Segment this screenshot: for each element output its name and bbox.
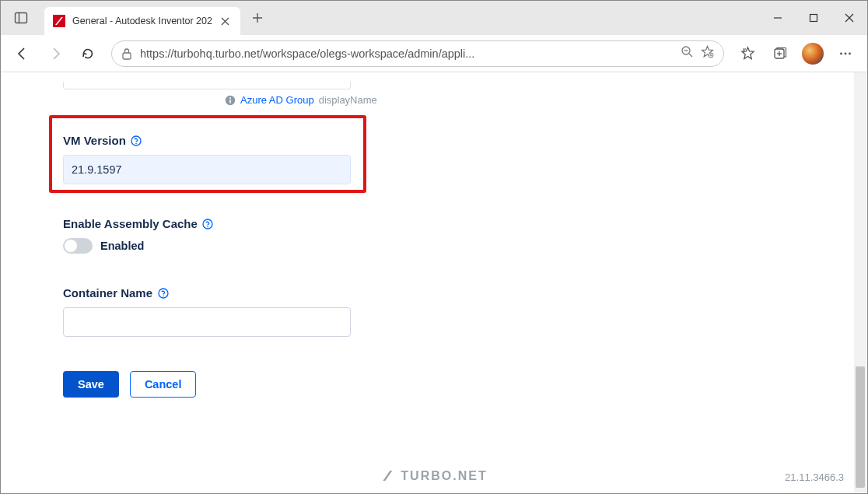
maximize-button[interactable] bbox=[796, 1, 831, 35]
minimize-button[interactable] bbox=[760, 1, 796, 35]
window-controls bbox=[760, 1, 867, 35]
turbo-logo-icon bbox=[380, 469, 394, 483]
tab-actions-icon[interactable] bbox=[7, 4, 35, 32]
help-icon[interactable] bbox=[131, 135, 142, 146]
svg-line-7 bbox=[689, 54, 692, 57]
close-window-button[interactable] bbox=[831, 1, 867, 35]
container-name-input[interactable] bbox=[63, 307, 351, 337]
svg-point-26 bbox=[163, 295, 164, 296]
azure-hint-row: Azure AD Group displayName bbox=[225, 94, 807, 106]
svg-rect-5 bbox=[123, 53, 131, 59]
scrollbar[interactable] bbox=[854, 72, 866, 494]
tab-title: General - Autodesk Inventor 202 bbox=[72, 16, 212, 26]
url-text: https://turbohq.turbo.net/workspace/oleg… bbox=[140, 47, 673, 60]
container-name-label: Container Name bbox=[63, 286, 807, 300]
assembly-cache-group: Enable Assembly Cache Enabled bbox=[63, 217, 807, 254]
form-buttons: Save Cancel bbox=[63, 371, 807, 398]
vm-version-group: VM Version bbox=[63, 134, 807, 184]
page-content: Azure AD Group displayName VM Version En… bbox=[1, 72, 854, 494]
address-bar[interactable]: https://turbohq.turbo.net/workspace/oleg… bbox=[111, 40, 724, 67]
svg-point-20 bbox=[229, 97, 231, 99]
vm-version-input[interactable] bbox=[63, 155, 351, 184]
help-icon[interactable] bbox=[157, 287, 169, 299]
back-button[interactable] bbox=[9, 40, 37, 68]
azure-hint-suffix: displayName bbox=[319, 94, 377, 106]
save-button[interactable]: Save bbox=[63, 371, 119, 398]
svg-point-22 bbox=[136, 142, 138, 144]
svg-rect-19 bbox=[229, 100, 231, 103]
lock-icon bbox=[121, 47, 132, 60]
more-menu-button[interactable] bbox=[831, 40, 859, 68]
build-version: 21.11.3466.3 bbox=[785, 471, 844, 483]
zoom-icon[interactable] bbox=[681, 45, 693, 61]
svg-rect-0 bbox=[16, 13, 27, 23]
footer-logo: TURBO.NET bbox=[380, 469, 487, 483]
svg-rect-4 bbox=[810, 15, 817, 22]
forward-button[interactable] bbox=[41, 40, 69, 68]
info-icon bbox=[225, 95, 236, 106]
assembly-cache-toggle[interactable] bbox=[63, 238, 93, 254]
browser-tab[interactable]: General - Autodesk Inventor 202 bbox=[44, 7, 240, 35]
svg-point-16 bbox=[845, 52, 847, 54]
new-tab-button[interactable] bbox=[243, 4, 271, 32]
favorites-button[interactable] bbox=[733, 40, 761, 68]
toggle-knob bbox=[65, 240, 77, 252]
vm-version-label: VM Version bbox=[63, 134, 807, 147]
refresh-button[interactable] bbox=[74, 40, 102, 68]
svg-point-17 bbox=[849, 52, 851, 54]
container-name-group: Container Name bbox=[63, 286, 807, 337]
help-icon[interactable] bbox=[202, 218, 214, 229]
previous-field-bottom bbox=[63, 82, 351, 89]
browser-titlebar: General - Autodesk Inventor 202 bbox=[1, 1, 867, 35]
collections-button[interactable] bbox=[766, 40, 794, 68]
cancel-button[interactable]: Cancel bbox=[130, 371, 197, 398]
svg-point-24 bbox=[208, 226, 209, 227]
address-actions bbox=[681, 45, 714, 61]
browser-toolbar: https://turbohq.turbo.net/workspace/oleg… bbox=[1, 35, 867, 72]
scrollbar-thumb[interactable] bbox=[856, 366, 865, 488]
assembly-cache-label: Enable Assembly Cache bbox=[63, 217, 807, 230]
tab-close-icon[interactable] bbox=[219, 14, 233, 28]
toggle-label: Enabled bbox=[100, 240, 144, 252]
profile-avatar[interactable] bbox=[799, 40, 827, 68]
page-viewport: Azure AD Group displayName VM Version En… bbox=[1, 72, 867, 494]
favorite-star-icon[interactable] bbox=[701, 45, 714, 61]
tab-favicon-icon bbox=[52, 14, 66, 28]
assembly-cache-toggle-row: Enabled bbox=[63, 238, 807, 254]
azure-hint-link[interactable]: Azure AD Group bbox=[240, 94, 314, 106]
svg-point-15 bbox=[840, 52, 842, 54]
